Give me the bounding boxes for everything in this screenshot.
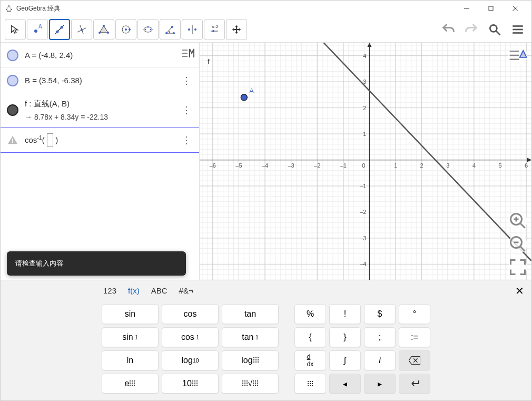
- key-e^x[interactable]: e: [102, 374, 159, 394]
- tool-reflect[interactable]: [182, 19, 203, 40]
- key-tan[interactable]: tan: [222, 304, 279, 324]
- tool-line[interactable]: [49, 19, 70, 40]
- key-backspace[interactable]: [399, 350, 430, 370]
- svg-point-12: [56, 30, 59, 33]
- minimize-button[interactable]: [455, 1, 479, 16]
- key-enter[interactable]: [399, 374, 430, 394]
- svg-text:–4: –4: [262, 162, 268, 169]
- svg-text:–1: –1: [360, 183, 366, 189]
- zoom-in-button[interactable]: [508, 211, 527, 230]
- redo-button[interactable]: [462, 20, 481, 39]
- menu-button[interactable]: [508, 20, 527, 39]
- more-icon[interactable]: ⋮: [180, 134, 193, 146]
- visibility-marker-icon[interactable]: [7, 50, 18, 61]
- svg-text:–3: –3: [360, 235, 366, 241]
- svg-text:4: 4: [363, 53, 366, 59]
- app-icon: [5, 4, 13, 13]
- keyboard-close-button[interactable]: ✕: [515, 285, 524, 297]
- more-icon[interactable]: ⋮: [180, 75, 193, 86]
- svg-point-33: [194, 28, 196, 31]
- close-button[interactable]: [503, 1, 527, 16]
- svg-point-29: [173, 32, 175, 34]
- key-cos^-1[interactable]: cos-1: [162, 327, 219, 347]
- svg-point-18: [103, 25, 105, 27]
- key-%[interactable]: %: [294, 304, 326, 324]
- key-10^x[interactable]: 10: [162, 374, 219, 394]
- algebra-input[interactable]: cos-1( ): [25, 133, 174, 147]
- key-tan^-1[interactable]: tan-1: [222, 327, 279, 347]
- key-sin[interactable]: sin: [102, 304, 159, 324]
- key-▸[interactable]: ▸: [364, 374, 396, 394]
- algebra-row[interactable]: B = (3.54, -6.38) ⋮: [1, 68, 199, 93]
- tool-move-view[interactable]: [226, 19, 247, 40]
- svg-text:4: 4: [472, 162, 476, 169]
- visibility-marker-icon[interactable]: [7, 104, 18, 116]
- tool-perpendicular[interactable]: [71, 19, 92, 40]
- key-log_b[interactable]: log: [222, 350, 279, 370]
- key-{[interactable]: {: [294, 327, 326, 347]
- key-nroot[interactable]: √: [222, 374, 279, 394]
- svg-point-23: [129, 28, 131, 31]
- svg-text:–5: –5: [235, 162, 242, 169]
- tool-slider[interactable]: a=2: [204, 19, 225, 40]
- key-∫[interactable]: ∫: [329, 350, 361, 370]
- maximize-button[interactable]: [479, 1, 503, 16]
- svg-text:3: 3: [446, 162, 449, 169]
- svg-point-28: [165, 32, 168, 34]
- key-}[interactable]: }: [329, 327, 361, 347]
- undo-button[interactable]: [439, 20, 458, 39]
- app-title: GeoGebra 经典: [16, 4, 60, 13]
- algebra-row[interactable]: f : 直线(A, B) → 8.78x + 8.34y = -22.13 ⋮: [1, 93, 199, 128]
- tool-move[interactable]: [5, 19, 26, 40]
- tool-point[interactable]: A: [27, 19, 48, 40]
- svg-point-20: [98, 32, 101, 34]
- key-cos[interactable]: cos: [162, 304, 219, 324]
- key-log_10[interactable]: log10: [162, 350, 219, 370]
- more-icon[interactable]: ⋮: [180, 104, 193, 116]
- svg-point-32: [188, 28, 190, 31]
- svg-rect-6: [489, 6, 493, 11]
- tab-sym[interactable]: #&¬: [179, 286, 193, 295]
- fullscreen-button[interactable]: [508, 258, 527, 277]
- key-i[interactable]: i: [364, 350, 396, 370]
- main-area: A = (-4.8, 2.4) B = (3.54, -6.38) ⋮ f : …: [1, 43, 531, 280]
- algebra-input-row[interactable]: cos-1( ) ⋮: [1, 128, 199, 153]
- zoom-out-button[interactable]: [508, 234, 527, 253]
- key-;[interactable]: ;: [364, 327, 396, 347]
- key-ans[interactable]: [294, 374, 326, 394]
- warning-icon: [7, 134, 18, 146]
- graphics-view[interactable]: –6–5–4–3–2–1123456–4–3–2–112340fA: [200, 43, 531, 280]
- key-:=[interactable]: :=: [399, 327, 430, 347]
- algebra-expr: A = (-4.8, 2.4): [25, 49, 193, 62]
- key-d/dx[interactable]: ddx: [294, 350, 326, 370]
- tool-circle[interactable]: [115, 19, 136, 40]
- tool-angle[interactable]: [160, 19, 181, 40]
- tab-abc[interactable]: ABC: [151, 286, 168, 295]
- svg-line-217: [520, 247, 525, 251]
- virtual-keyboard: 123 f(x) ABC #&¬ ✕ sincostansin-1cos-1ta…: [1, 280, 531, 401]
- titlebar: GeoGebra 经典: [1, 1, 531, 16]
- key-$[interactable]: $: [364, 304, 396, 324]
- svg-text:–2: –2: [360, 209, 366, 215]
- key-![interactable]: !: [329, 304, 361, 324]
- tab-123[interactable]: 123: [103, 286, 116, 295]
- algebra-row[interactable]: A = (-4.8, 2.4): [1, 43, 199, 68]
- key-◂[interactable]: ◂: [329, 374, 361, 394]
- svg-marker-182: [367, 43, 371, 47]
- tab-fx[interactable]: f(x): [128, 286, 140, 295]
- svg-point-30: [171, 26, 173, 28]
- key-ln[interactable]: ln: [102, 350, 159, 370]
- tool-conic[interactable]: [137, 19, 159, 40]
- toolbar: A a=2: [1, 16, 531, 43]
- key-sin^-1[interactable]: sin-1: [102, 327, 159, 347]
- graphics-settings-button[interactable]: [508, 46, 527, 65]
- svg-rect-45: [12, 139, 13, 142]
- svg-text:0: 0: [362, 162, 365, 169]
- tool-polygon[interactable]: [93, 19, 114, 40]
- key-°[interactable]: °: [399, 304, 430, 324]
- symbolic-toggle[interactable]: [178, 43, 199, 64]
- svg-line-38: [496, 31, 500, 35]
- visibility-marker-icon[interactable]: [7, 75, 18, 86]
- search-button[interactable]: [485, 20, 504, 39]
- svg-marker-211: [520, 51, 527, 57]
